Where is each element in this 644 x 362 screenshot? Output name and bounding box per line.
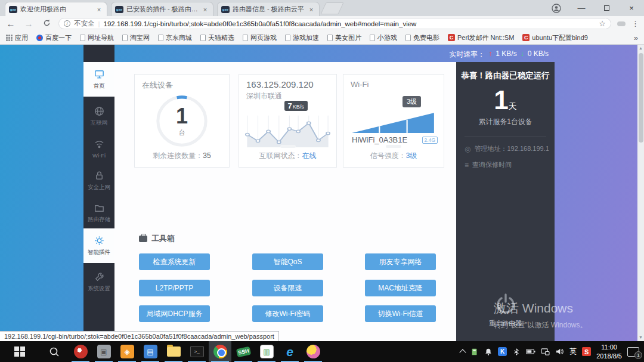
bookmark-item[interactable]: 美女图片: [327, 33, 361, 42]
address-bar[interactable]: i 不安全 | 192.168.199.1/cgi-bin/turbo/;sto…: [58, 18, 611, 29]
bookmark-label: 百度一下: [45, 33, 72, 42]
taskbar-app-mail[interactable]: ▤: [139, 341, 162, 362]
tray-s-icon[interactable]: S: [582, 347, 591, 356]
scroll-up-icon[interactable]: ▲: [637, 45, 644, 52]
url-text[interactable]: 192.168.199.1/cgi-bin/turbo/;stok=abde0f…: [104, 20, 596, 27]
bookmark-item[interactable]: 游戏加速: [285, 33, 319, 42]
taskbar-terminal[interactable]: >_: [185, 341, 208, 362]
bookmarks-overflow-icon[interactable]: »: [634, 33, 638, 42]
btn-device-limit[interactable]: 设备限速: [252, 280, 323, 296]
online-status[interactable]: 在线: [302, 151, 317, 160]
btn-wifi-channel[interactable]: 切换Wi-Fi信道: [365, 305, 436, 322]
battery-icon[interactable]: [526, 348, 535, 355]
input-language[interactable]: 英: [569, 346, 577, 357]
taskbar-internet-explorer[interactable]: e: [278, 341, 301, 362]
bluetooth-icon[interactable]: [512, 348, 521, 356]
forward-icon[interactable]: →: [23, 18, 35, 29]
info-icon[interactable]: i: [64, 20, 70, 27]
sidebar-item-home[interactable]: 首页: [83, 62, 114, 97]
wan-ip: 163.125.209.120: [246, 79, 314, 89]
action-center-icon[interactable]: 1: [627, 347, 639, 357]
bookmark-item[interactable]: 网址导航: [80, 33, 114, 42]
scrollbar-thumb[interactable]: [639, 53, 643, 143]
back-icon[interactable]: ←: [5, 18, 17, 29]
minimize-button[interactable]: —: [569, 0, 594, 16]
profile-icon[interactable]: [544, 0, 569, 16]
sidebar-item-plugins[interactable]: 智能插件: [83, 228, 114, 263]
wifi-icon: [94, 138, 105, 150]
app-mail-icon: ▤: [144, 345, 157, 358]
new-tab-button[interactable]: [320, 2, 343, 14]
tab-close-icon[interactable]: ×: [201, 6, 209, 13]
bookmark-item[interactable]: CPerl发邮件 Nnt::SM: [448, 33, 514, 42]
tab-close-icon[interactable]: ×: [95, 6, 103, 13]
taskbar-app-orange[interactable]: ◈: [116, 341, 138, 362]
tab-router-info[interactable]: gee 路由器信息 - 极路由云平 ×: [217, 2, 320, 16]
tab-welcome[interactable]: gee 欢迎使用极路由 ×: [5, 2, 107, 16]
btn-l2tp-pptp[interactable]: L2TP/PPTP: [139, 280, 210, 296]
tab-title: 欢迎使用极路由: [20, 5, 92, 14]
divider: [465, 137, 546, 137]
hiwifi-favicon-icon: gee: [115, 6, 123, 13]
tray-app-icon[interactable]: [470, 348, 479, 356]
sidebar-item-wifi[interactable]: Wi-Fi: [83, 132, 114, 165]
apps-shortcut[interactable]: 应用: [6, 33, 28, 42]
signal-strength-badge: 3级: [402, 96, 421, 107]
bookmark-item[interactable]: 天猫精选: [200, 33, 234, 42]
btn-lan-dhcp[interactable]: 局域网DHCP服务: [139, 305, 210, 322]
upload-arrow-icon: ↑: [488, 49, 492, 60]
btn-wifi-password[interactable]: 修改Wi-Fi密码: [252, 305, 323, 322]
bookmark-item[interactable]: 淘宝网: [122, 33, 150, 42]
hiwifi-favicon-icon: gee: [221, 6, 230, 13]
bookmark-item[interactable]: Cubuntu下配置bind9: [522, 33, 588, 42]
btn-check-update[interactable]: 检查系统更新: [139, 253, 210, 270]
bookmark-item[interactable]: 免费电影: [405, 33, 439, 42]
sidebar-item-security[interactable]: 安全上网: [83, 164, 114, 197]
extension-icon[interactable]: [617, 21, 626, 26]
sidebar-item-storage[interactable]: 路由存储: [83, 196, 114, 230]
maximize-button[interactable]: [594, 0, 619, 16]
bookmark-item[interactable]: 网页游戏: [243, 33, 277, 42]
warranty-row[interactable]: ≡查询保修时间: [465, 160, 555, 169]
terminal-icon: >_: [190, 346, 204, 357]
taskbar-file-explorer[interactable]: [162, 341, 185, 362]
taskbar-clock[interactable]: 11:00 2018/8/5: [596, 343, 622, 360]
network-display-icon[interactable]: [541, 348, 550, 355]
sidebar-item-label: 首页: [94, 82, 105, 90]
bookmark-item[interactable]: 京东商城: [158, 33, 192, 42]
isp-name: 深圳市联通: [246, 91, 282, 101]
speaker-icon[interactable]: [555, 348, 564, 355]
taskbar-app-red[interactable]: [69, 341, 92, 362]
scroll-down-icon[interactable]: ▼: [637, 334, 644, 341]
tray-expand-icon[interactable]: [460, 349, 466, 355]
tray-k-icon[interactable]: K: [498, 347, 507, 356]
sidebar-item-settings[interactable]: 系统设置: [83, 265, 114, 299]
page-scrollbar[interactable]: ▲ ▼: [637, 45, 644, 341]
card-handle: [280, 145, 296, 148]
taskbar-app-gray[interactable]: ▣: [92, 341, 115, 362]
tab-plugins[interactable]: gee 已安装的插件 - 极路由云平 ×: [111, 2, 213, 16]
internet-sparkline: [244, 109, 332, 147]
sidebar-item-internet[interactable]: 互联网: [83, 100, 114, 133]
btn-smart-qos[interactable]: 智能QoS: [252, 253, 323, 270]
security-label: 不安全: [74, 19, 95, 28]
taskbar-xshell[interactable]: SSH: [232, 341, 255, 362]
browser-menu-icon[interactable]: ⋮: [631, 19, 639, 28]
reboot-button[interactable]: 重启路由器: [456, 292, 555, 328]
taskbar-chrome[interactable]: [209, 341, 231, 362]
tab-close-icon[interactable]: ×: [307, 6, 315, 13]
bookmark-item[interactable]: 小游戏: [370, 33, 397, 42]
btn-friend-network[interactable]: 朋友专享网络: [365, 253, 436, 270]
btn-mac-clone[interactable]: MAC地址克隆: [365, 280, 436, 296]
bell-icon[interactable]: [484, 348, 493, 356]
start-button[interactable]: [8, 341, 31, 362]
bookmark-star-icon[interactable]: ☆: [599, 19, 606, 28]
refresh-icon[interactable]: [41, 18, 52, 29]
sidebar-item-label: 系统设置: [88, 285, 110, 293]
taskbar-app-game[interactable]: [302, 341, 324, 362]
bookmark-item[interactable]: 百度一下: [36, 33, 72, 42]
taskbar-search-button[interactable]: [43, 341, 66, 362]
taskbar-notes-app[interactable]: ▥: [255, 341, 278, 362]
close-window-button[interactable]: ×: [619, 0, 644, 16]
signal-level[interactable]: 3级: [406, 151, 417, 160]
